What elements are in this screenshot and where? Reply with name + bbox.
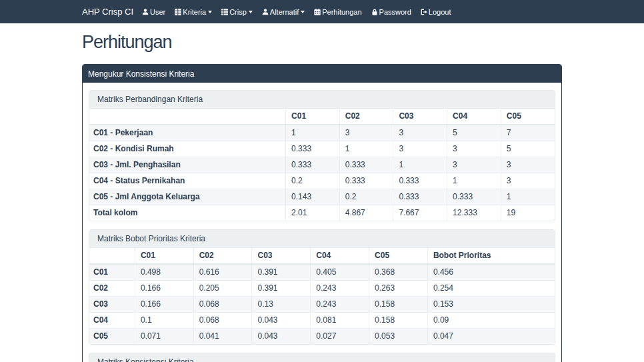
nav-label: Logout — [429, 8, 451, 16]
table-row: C02 - Kondisi Rumah0.3331335 — [89, 141, 555, 157]
nav-label: Kriteria — [183, 8, 206, 16]
chevron-down-icon — [301, 11, 305, 13]
row-label: C04 - Status Pernikahan — [89, 173, 286, 189]
table-row: C04 - Status Pernikahan0.20.3330.33313 — [89, 173, 555, 189]
table-cell: 0.333 — [286, 141, 340, 157]
table-cell: 0.13 — [252, 297, 311, 313]
nav-item-crisp[interactable]: Crisp — [217, 0, 257, 23]
row-label: C05 — [89, 329, 135, 345]
panel-inner-heading: Matriks Konsistensi Kriteria — [89, 353, 555, 362]
nav-label: User — [150, 8, 165, 16]
panel-inner-heading: Matriks Perbandingan Kriteria — [89, 91, 555, 109]
table-cell: 0.027 — [311, 329, 369, 345]
column-header: C03 — [252, 248, 311, 264]
panel-matriks-perbandingan: Matriks Perbandingan Kriteria C01C02C03C… — [89, 90, 555, 221]
row-label: C02 - Kondisi Rumah — [89, 141, 286, 157]
column-header: C04 — [311, 248, 369, 264]
chevron-down-icon — [249, 11, 253, 13]
table-cell: 0.166 — [135, 281, 193, 297]
table-cell: 2.01 — [286, 205, 340, 221]
nav-item-password[interactable]: Password — [367, 0, 416, 23]
row-label: Total kolom — [89, 205, 286, 221]
panel-konsistensi-kriteria: Mengukur Konsistensi Kriteria Matriks Pe… — [82, 64, 562, 362]
navbar-menu: User Kriteria Crisp Alternati — [137, 0, 455, 23]
user-icon — [142, 9, 149, 15]
nav-label: Password — [379, 8, 411, 16]
table-row: C010.4980.6160.3910.4050.3680.456 — [89, 264, 555, 281]
table-cell: 4.867 — [339, 205, 393, 221]
table-cell: 3 — [447, 141, 501, 157]
panel-inner-heading: Matriks Bobot Prioritas Kriteria — [89, 230, 555, 248]
table-cell: 0.333 — [286, 157, 340, 173]
row-label: C01 — [89, 264, 135, 281]
column-header — [89, 109, 286, 125]
table-cell: 0.333 — [339, 173, 393, 189]
column-header: C01 — [135, 248, 193, 264]
table-cell: 0.333 — [447, 189, 501, 205]
column-header: C02 — [339, 109, 393, 125]
table-cell: 0.081 — [311, 313, 369, 329]
table-cell: 0.333 — [339, 157, 393, 173]
column-header: C02 — [193, 248, 252, 264]
table-cell: 0.166 — [135, 297, 193, 313]
table-header-row: C01C02C03C04C05 — [89, 109, 555, 125]
table-cell: 5 — [501, 141, 555, 157]
column-header: Bobot Prioritas — [427, 248, 555, 264]
chevron-down-icon — [208, 11, 212, 13]
table-row: C01 - Pekerjaan13357 — [89, 125, 555, 141]
table-row: C040.10.0680.0430.0810.1580.09 — [89, 313, 555, 329]
nav-item-perhitungan[interactable]: Perhitungan — [309, 0, 366, 23]
table-cell: 0.043 — [252, 329, 311, 345]
table-cell: 0.153 — [427, 297, 555, 313]
table-cell: 3 — [339, 125, 393, 141]
nav-item-logout[interactable]: Logout — [416, 0, 456, 23]
panel-matriks-bobot: Matriks Bobot Prioritas Kriteria C01C02C… — [89, 229, 555, 345]
user-icon — [262, 9, 269, 15]
column-header: C03 — [393, 109, 447, 125]
nav-label: Alternatif — [270, 8, 299, 16]
lock-icon — [371, 9, 378, 15]
nav-item-kriteria[interactable]: Kriteria — [170, 0, 217, 23]
table-cell: 0.333 — [393, 173, 447, 189]
row-label: C02 — [89, 281, 135, 297]
table-cell: 0.616 — [193, 264, 252, 281]
table-cell: 0.2 — [339, 189, 393, 205]
table-cell: 0.391 — [252, 281, 311, 297]
row-label: C01 - Pekerjaan — [89, 125, 286, 141]
panel-matriks-konsistensi: Matriks Konsistensi Kriteria — [89, 353, 555, 362]
column-header: C05 — [369, 248, 428, 264]
table-cell: 0.068 — [193, 313, 252, 329]
table-cell: 7.667 — [393, 205, 447, 221]
table-cell: 0.205 — [193, 281, 252, 297]
table-cell: 0.263 — [369, 281, 428, 297]
nav-item-user[interactable]: User — [137, 0, 170, 23]
matriks-perbandingan-table: C01C02C03C04C05C01 - Pekerjaan13357C02 -… — [89, 109, 555, 221]
table-cell: 3 — [501, 173, 555, 189]
table-cell: 0.143 — [286, 189, 340, 205]
row-label: C04 — [89, 313, 135, 329]
matriks-bobot-table: C01C02C03C04C05Bobot PrioritasC010.4980.… — [89, 248, 555, 344]
table-cell: 0.068 — [193, 297, 252, 313]
table-cell: 0.09 — [427, 313, 555, 329]
table-cell: 0.158 — [369, 297, 428, 313]
table-cell: 0.243 — [311, 281, 369, 297]
nav-item-alternatif[interactable]: Alternatif — [257, 0, 309, 23]
table-cell: 7 — [501, 125, 555, 141]
table-cell: 0.047 — [427, 329, 555, 345]
brand[interactable]: AHP Crisp CI — [82, 0, 133, 23]
nav-label: Perhitungan — [322, 8, 361, 16]
table-cell: 0.2 — [286, 173, 340, 189]
table-header-row: C01C02C03C04C05Bobot Prioritas — [89, 248, 555, 264]
column-header: C01 — [286, 109, 340, 125]
table-cell: 0.333 — [393, 189, 447, 205]
table-cell: 1 — [447, 173, 501, 189]
table-row: C020.1660.2050.3910.2430.2630.254 — [89, 281, 555, 297]
grid-icon — [175, 9, 181, 15]
list-icon — [221, 9, 228, 15]
column-header — [89, 248, 135, 264]
calendar-icon — [314, 9, 321, 15]
row-label: C03 — [89, 297, 135, 313]
table-cell: 0.053 — [369, 329, 428, 345]
table-cell: 0.405 — [311, 264, 369, 281]
table-cell: 1 — [393, 157, 447, 173]
